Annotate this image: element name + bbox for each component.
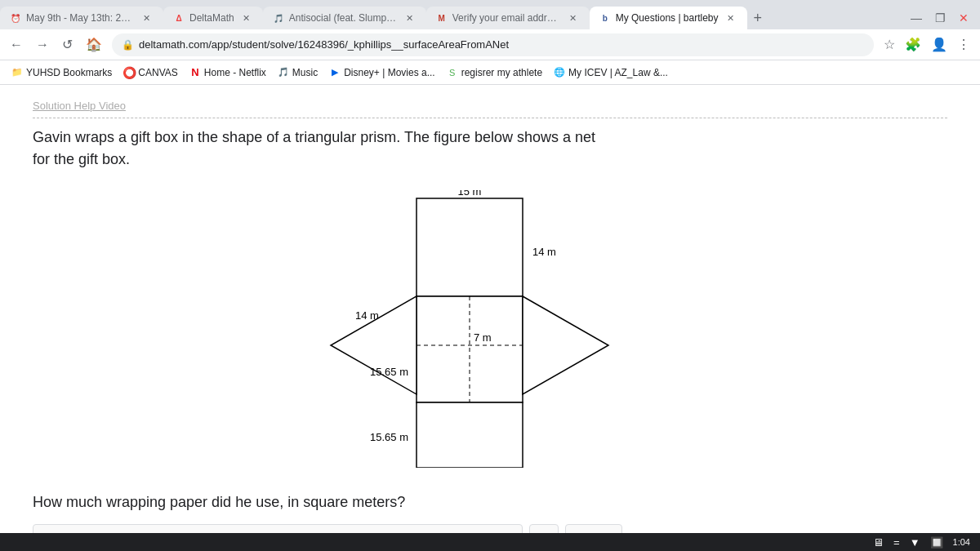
main-content: Solution Help Video Gavin wraps a gift b… — [0, 85, 980, 533]
athlete-icon: S — [447, 67, 458, 78]
bookmark-netflix[interactable]: N Home - Netflix — [185, 65, 271, 80]
tab-4-favicon: M — [436, 12, 448, 24]
tab-3-favicon: 🎵 — [273, 12, 284, 24]
answer-area: ⌨ + − — [33, 524, 947, 533]
problem-statement: Gavin wraps a gift box in the shape of a… — [33, 127, 604, 171]
bookmark-disney[interactable]: ▶ Disney+ | Movies a... — [324, 65, 440, 80]
address-bar: ← → ↺ 🏠 🔒 deltamath.com/app/student/solv… — [0, 29, 980, 60]
icev-icon: 🌐 — [554, 67, 565, 78]
dim-bottom-left-top: 15.65 m — [370, 366, 408, 378]
taskbar-volume-icon[interactable]: ▼ — [910, 536, 920, 549]
bookmark-icev-label: My ICEV | AZ_Law &... — [568, 67, 668, 78]
dim-top-width: 15 m — [458, 190, 482, 198]
new-tab-button[interactable]: + — [747, 11, 769, 25]
right-triangle — [523, 296, 608, 394]
browser-window: ⏰ May 9th - May 13th: 2022-IGC... ✕ Δ De… — [0, 0, 980, 533]
taskbar: 🖥 = ▼ 🔲 1:04 — [0, 533, 980, 551]
tab-4[interactable]: M Verify your email address - m... ✕ — [426, 7, 590, 29]
bookmarks-bar: 📁 YUHSD Bookmarks ⭕ CANVAS N Home - Netf… — [0, 60, 980, 85]
taskbar-time: 1:04 — [953, 537, 970, 547]
tab-5-favicon: b — [599, 12, 611, 24]
bookmark-netflix-label: Home - Netflix — [204, 67, 266, 78]
dim-center-height: 7 m — [474, 331, 492, 344]
tab-1[interactable]: ⏰ May 9th - May 13th: 2022-IGC... ✕ — [0, 7, 163, 29]
dim-left-slant: 14 m — [355, 309, 379, 322]
taskbar-network-icon[interactable]: 🔲 — [930, 536, 943, 549]
minimize-button[interactable]: — — [906, 11, 927, 24]
folder-icon: 📁 — [11, 67, 23, 78]
forward-button[interactable]: → — [33, 34, 52, 56]
tab-3-label: Antisocial (feat. Slump6s) ◀ — [289, 12, 398, 24]
netflix-icon: N — [189, 67, 201, 78]
security-icon: 🔒 — [122, 39, 134, 51]
window-controls: — ❐ ✕ — [899, 11, 980, 24]
address-actions: ☆ 🧩 👤 ⋮ — [880, 33, 973, 56]
taskbar-menu-icon[interactable]: = — [893, 536, 900, 549]
top-rect — [416, 198, 523, 296]
question-text: How much wrapping paper did he use, in s… — [33, 494, 947, 511]
tab-5-close[interactable]: ✕ — [724, 11, 737, 25]
tab-5[interactable]: b My Questions | bartleby ✕ — [590, 7, 747, 29]
tab-2-label: DeltaMath — [189, 12, 234, 24]
home-button[interactable]: 🏠 — [82, 33, 105, 56]
close-button[interactable]: ✕ — [954, 11, 973, 24]
dim-right-height: 14 m — [532, 246, 556, 258]
scrolled-title: Solution Help Video — [33, 100, 126, 112]
bookmark-disney-label: Disney+ | Movies a... — [344, 67, 435, 78]
url-text: deltamath.com/app/student/solve/16248396… — [139, 38, 864, 51]
menu-button[interactable]: ⋮ — [954, 33, 973, 56]
canvas-icon: ⭕ — [123, 67, 135, 78]
profile-button[interactable]: 👤 — [928, 33, 951, 56]
tab-2[interactable]: Δ DeltaMath ✕ — [163, 7, 263, 29]
tab-2-favicon: Δ — [173, 12, 185, 24]
bookmark-star[interactable]: ☆ — [880, 33, 898, 56]
url-bar[interactable]: 🔒 deltamath.com/app/student/solve/162483… — [112, 33, 874, 56]
bookmark-music-label: Music — [292, 67, 318, 78]
extensions-button[interactable]: 🧩 — [902, 33, 924, 56]
music-icon: 🎵 — [278, 67, 289, 78]
tab-1-label: May 9th - May 13th: 2022-IGC... — [26, 12, 135, 24]
diagram-container: 15 m 14 m 14 m 7 m 15.65 m 15.65 m — [33, 190, 947, 468]
keyboard-button[interactable]: ⌨ — [529, 524, 559, 533]
bookmark-canvas[interactable]: ⭕ CANVAS — [118, 65, 182, 80]
back-button[interactable]: ← — [7, 34, 26, 56]
bookmark-athlete-label: regisrer my athlete — [461, 67, 542, 78]
tab-2-close[interactable]: ✕ — [239, 11, 253, 25]
tab-4-label: Verify your email address - m... — [452, 12, 561, 24]
net-diagram: 15 m 14 m 14 m 7 m 15.65 m 15.65 m — [286, 190, 694, 468]
plus-minus-button[interactable]: + − — [565, 524, 622, 533]
taskbar-monitor-icon[interactable]: 🖥 — [873, 536, 884, 549]
bookmark-yuhsd[interactable]: 📁 YUHSD Bookmarks — [7, 65, 117, 80]
bookmark-music[interactable]: 🎵 Music — [273, 65, 323, 80]
answer-input[interactable] — [33, 524, 523, 533]
reload-button[interactable]: ↺ — [59, 33, 76, 56]
bookmark-athlete[interactable]: S regisrer my athlete — [442, 65, 547, 80]
disney-icon: ▶ — [329, 67, 341, 78]
tab-1-favicon: ⏰ — [10, 12, 21, 24]
scrolled-header: Solution Help Video — [33, 98, 947, 118]
tab-3-close[interactable]: ✕ — [403, 11, 416, 25]
tab-1-close[interactable]: ✕ — [140, 11, 154, 25]
bookmark-canvas-label: CANVAS — [138, 67, 177, 78]
dim-bottom-left-bottom: 15.65 m — [370, 431, 408, 443]
restore-button[interactable]: ❐ — [930, 11, 951, 24]
bookmark-yuhsd-label: YUHSD Bookmarks — [26, 67, 112, 78]
tab-bar: ⏰ May 9th - May 13th: 2022-IGC... ✕ Δ De… — [0, 0, 980, 29]
tab-4-close[interactable]: ✕ — [566, 11, 580, 25]
tab-3[interactable]: 🎵 Antisocial (feat. Slump6s) ◀ ✕ — [263, 7, 426, 29]
tab-5-label: My Questions | bartleby — [616, 12, 719, 24]
bottom-rect — [416, 402, 523, 468]
bookmark-icev[interactable]: 🌐 My ICEV | AZ_Law &... — [549, 65, 673, 80]
